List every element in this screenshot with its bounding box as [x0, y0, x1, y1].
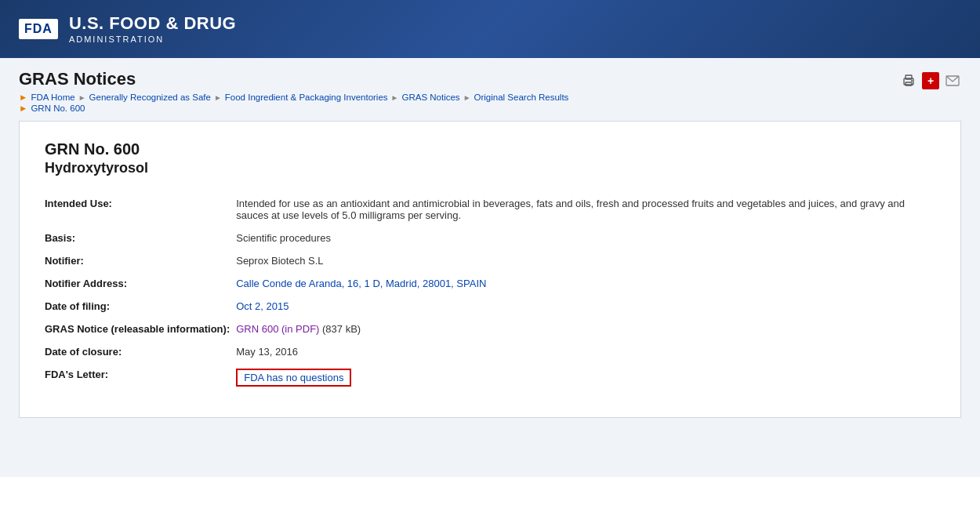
label-gras-notice: GRAS Notice (releasable information):	[45, 318, 236, 340]
breadcrumb-gras-notices[interactable]: GRAS Notices	[401, 93, 459, 102]
svg-point-3	[911, 80, 913, 82]
site-title-main: U.S. FOOD & DRUG	[69, 14, 236, 33]
toolbar-icons: +	[900, 72, 961, 89]
bc-sep-1: ►	[78, 93, 86, 102]
site-header: FDA U.S. FOOD & DRUG ADMINISTRATION	[0, 0, 980, 58]
value-gras-notice: GRN 600 (in PDF) (837 kB)	[236, 318, 935, 340]
value-date-filing: Oct 2, 2015	[236, 295, 935, 318]
date-filing-link[interactable]: Oct 2, 2015	[236, 300, 289, 312]
gras-notice-size: (837 kB)	[319, 323, 361, 335]
bc-sep-2: ►	[214, 93, 222, 102]
notifier-address-link[interactable]: Calle Conde de Aranda, 16, 1 D, Madrid, …	[236, 278, 486, 289]
value-fda-letter: FDA has no questions	[236, 363, 935, 392]
table-row-date-closure: Date of closure: May 13, 2016	[45, 340, 935, 363]
label-fda-letter: FDA's Letter:	[45, 363, 236, 392]
grn-substance: Hydroxytyrosol	[45, 160, 935, 176]
breadcrumb: ► FDA Home ► Generally Recognized as Saf…	[19, 93, 568, 102]
site-title: U.S. FOOD & DRUG ADMINISTRATION	[69, 14, 236, 44]
value-intended-use: Intended for use as an antioxidant and a…	[236, 192, 935, 227]
label-date-filing: Date of filing:	[45, 295, 236, 318]
site-title-sub: ADMINISTRATION	[69, 35, 236, 44]
page-title: GRAS Notices	[19, 69, 568, 89]
gras-notice-pdf-link[interactable]: GRN 600 (in PDF)	[236, 323, 319, 335]
table-row-date-filing: Date of filing: Oct 2, 2015	[45, 295, 935, 318]
value-date-closure: May 13, 2016	[236, 340, 935, 363]
table-row-notifier: Notifier: Seprox Biotech S.L	[45, 249, 935, 272]
bc-sep-3: ►	[391, 93, 399, 102]
bc-arrow-1: ►	[19, 93, 27, 102]
main-card: GRN No. 600 Hydroxytyrosol Intended Use:…	[19, 121, 961, 418]
label-notifier: Notifier:	[45, 249, 236, 272]
page-content: GRAS Notices ► FDA Home ► Generally Reco…	[0, 58, 980, 477]
page-title-section: GRAS Notices ► FDA Home ► Generally Reco…	[19, 69, 568, 113]
fda-logo: FDA	[19, 19, 58, 39]
breadcrumb-fda-home[interactable]: FDA Home	[31, 93, 74, 102]
table-row-notifier-address: Notifier Address: Calle Conde de Aranda,…	[45, 272, 935, 295]
bc-arrow-2: ►	[19, 104, 27, 113]
mail-icon[interactable]	[944, 72, 961, 89]
table-row-gras-notice: GRAS Notice (releasable information): GR…	[45, 318, 935, 340]
page-header-row: GRAS Notices ► FDA Home ► Generally Reco…	[19, 69, 961, 113]
label-intended-use: Intended Use:	[45, 192, 236, 227]
label-notifier-address: Notifier Address:	[45, 272, 236, 295]
label-date-closure: Date of closure:	[45, 340, 236, 363]
value-notifier-address: Calle Conde de Aranda, 16, 1 D, Madrid, …	[236, 272, 935, 295]
table-row-basis: Basis: Scientific procedures	[45, 227, 935, 249]
breadcrumb-grn-600[interactable]: GRN No. 600	[31, 104, 85, 113]
table-row-fda-letter: FDA's Letter: FDA has no questions	[45, 363, 935, 392]
label-basis: Basis:	[45, 227, 236, 249]
add-icon[interactable]: +	[922, 72, 939, 89]
fda-no-questions-link[interactable]: FDA has no questions	[236, 369, 351, 387]
print-icon[interactable]	[900, 72, 917, 89]
details-table: Intended Use: Intended for use as an ant…	[45, 192, 935, 392]
bc-sep-4: ►	[463, 93, 471, 102]
breadcrumb-orig-search[interactable]: Original Search Results	[474, 93, 569, 102]
breadcrumb-row2: ► GRN No. 600	[19, 104, 568, 113]
value-notifier: Seprox Biotech S.L	[236, 249, 935, 272]
svg-rect-2	[906, 82, 912, 85]
breadcrumb-gras-home[interactable]: Generally Recognized as Safe	[89, 93, 211, 102]
value-basis: Scientific procedures	[236, 227, 935, 249]
breadcrumb-food-inv[interactable]: Food Ingredient & Packaging Inventories	[225, 93, 388, 102]
table-row-intended-use: Intended Use: Intended for use as an ant…	[45, 192, 935, 227]
grn-number: GRN No. 600	[45, 140, 935, 158]
